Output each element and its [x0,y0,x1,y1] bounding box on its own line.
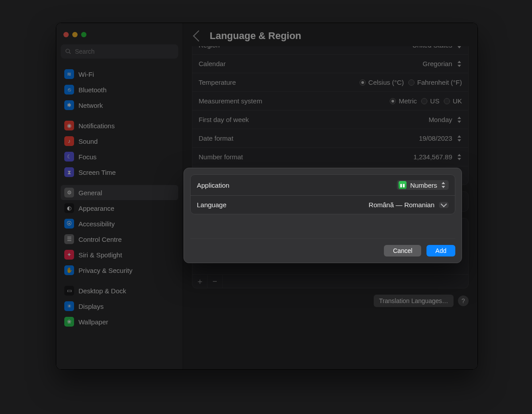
numbers-app-icon: ▮▮ [399,181,407,189]
language-picker[interactable]: Română — Romanian [369,201,449,209]
chevron-down-icon [441,201,447,207]
add-application-modal: Application ▮▮ Numbers Language Română —… [184,168,462,263]
updown-icon [441,182,446,188]
cancel-button[interactable]: Cancel [384,245,421,256]
system-settings-window: Search ≋Wi-Fi⎋Bluetooth✱Network◉Notifica… [56,23,478,370]
application-picker[interactable]: ▮▮ Numbers [397,180,449,190]
modal-row-application: Application ▮▮ Numbers [191,175,455,196]
add-button[interactable]: Add [426,245,455,256]
modal-row-language: Language Română — Romanian [191,196,455,214]
